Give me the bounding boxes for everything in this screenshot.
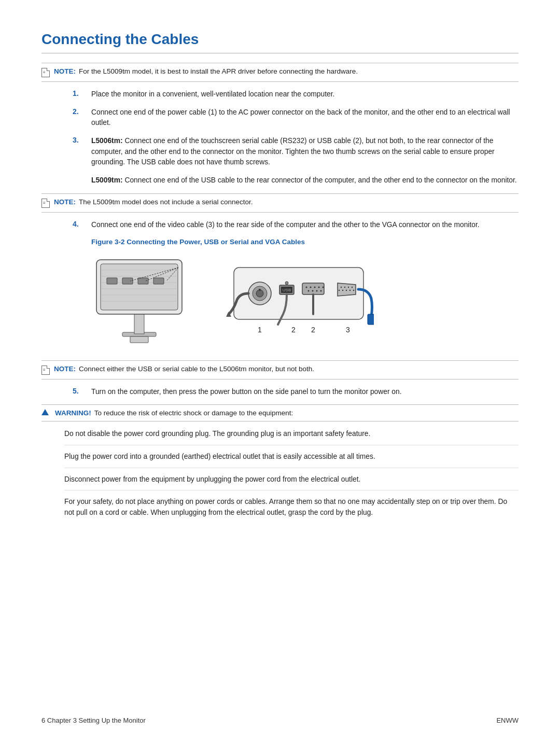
svg-text:2: 2 bbox=[311, 326, 315, 334]
svg-rect-12 bbox=[122, 278, 133, 284]
figure-container: USB bbox=[91, 252, 519, 352]
svg-point-30 bbox=[314, 286, 316, 288]
svg-rect-47 bbox=[368, 314, 374, 325]
steps-list-2: 4. Connect one end of the video cable (3… bbox=[73, 220, 519, 231]
figure-label: Figure 3-2 Connecting the Power, USB or … bbox=[91, 238, 519, 246]
svg-point-26 bbox=[285, 282, 288, 285]
footer-right: ENWW bbox=[496, 716, 519, 724]
note-icon-3 bbox=[41, 366, 50, 375]
svg-point-46 bbox=[353, 289, 354, 290]
svg-point-29 bbox=[310, 286, 312, 288]
svg-rect-4 bbox=[101, 264, 178, 310]
svg-point-32 bbox=[323, 286, 324, 288]
step-5-text: Turn on the computer, then press the pow… bbox=[91, 387, 402, 398]
warning-box: WARNING!To reduce the risk of electric s… bbox=[41, 404, 519, 421]
page-footer: 6 Chapter 3 Setting Up the Monitor ENWW bbox=[0, 716, 560, 724]
svg-point-35 bbox=[316, 290, 318, 291]
svg-rect-27 bbox=[302, 283, 324, 294]
warning-triangle-icon bbox=[41, 409, 49, 415]
step-2: 2. Connect one end of the power cable (1… bbox=[73, 107, 519, 129]
l5009tm-paragraph: L5009tm: Connect one end of the USB cabl… bbox=[91, 175, 519, 186]
svg-rect-13 bbox=[138, 278, 148, 284]
step-4-text: Connect one end of the video cable (3) t… bbox=[91, 220, 480, 231]
page-title: Connecting the Cables bbox=[41, 31, 519, 48]
svg-point-40 bbox=[348, 286, 349, 287]
footer-left: 6 Chapter 3 Setting Up the Monitor bbox=[41, 716, 146, 724]
step-3-text: L5006tm: Connect one end of the touchscr… bbox=[91, 136, 519, 168]
svg-rect-14 bbox=[153, 278, 164, 284]
svg-text:1: 1 bbox=[258, 326, 262, 334]
note-1-box: NOTE:For the L5009tm model, it is best t… bbox=[41, 63, 519, 82]
step-3-number: 3. bbox=[73, 136, 91, 144]
steps-list-3: 5. Turn on the computer, then press the … bbox=[73, 387, 519, 398]
note-icon-1 bbox=[41, 68, 50, 77]
warning-paragraphs: Do not disable the power cord grounding … bbox=[64, 429, 519, 518]
svg-text:3: 3 bbox=[346, 326, 350, 334]
warning-para-1: Do not disable the power cord grounding … bbox=[64, 429, 519, 445]
svg-marker-37 bbox=[338, 283, 356, 296]
connectors-illustration: USB bbox=[203, 252, 374, 352]
svg-rect-11 bbox=[107, 278, 117, 284]
svg-point-39 bbox=[344, 286, 345, 287]
step-4-number: 4. bbox=[73, 220, 91, 228]
svg-point-38 bbox=[341, 286, 342, 287]
svg-point-41 bbox=[352, 286, 353, 287]
warning-para-2: Plug the power cord into a grounded (ear… bbox=[64, 452, 519, 468]
svg-point-21 bbox=[256, 290, 263, 297]
note-icon-2 bbox=[41, 199, 50, 208]
svg-point-31 bbox=[318, 286, 320, 288]
svg-point-22 bbox=[259, 289, 261, 291]
svg-point-36 bbox=[320, 290, 322, 291]
svg-text:USB: USB bbox=[283, 288, 291, 292]
svg-point-28 bbox=[306, 286, 307, 288]
note-3-box: NOTE:Connect either the USB or serial ca… bbox=[41, 360, 519, 379]
title-divider bbox=[41, 53, 519, 53]
step-1: 1. Place the monitor in a convenient, we… bbox=[73, 89, 519, 100]
step-1-number: 1. bbox=[73, 89, 91, 97]
note-2-box: NOTE:The L5009tm model does not include … bbox=[41, 193, 519, 213]
svg-rect-1 bbox=[130, 336, 148, 343]
step-5-number: 5. bbox=[73, 387, 91, 395]
step-4: 4. Connect one end of the video cable (3… bbox=[73, 220, 519, 231]
svg-point-43 bbox=[342, 289, 343, 290]
note-3-text: NOTE:Connect either the USB or serial ca… bbox=[54, 365, 314, 373]
steps-list: 1. Place the monitor in a convenient, we… bbox=[73, 89, 519, 168]
warning-text: WARNING!To reduce the risk of electric s… bbox=[55, 409, 293, 417]
step-2-text: Connect one end of the power cable (1) t… bbox=[91, 107, 519, 129]
monitor-illustration bbox=[91, 252, 187, 352]
note-2-text: NOTE:The L5009tm model does not include … bbox=[54, 198, 253, 206]
step-2-number: 2. bbox=[73, 107, 91, 116]
svg-point-44 bbox=[346, 289, 347, 290]
svg-point-42 bbox=[339, 289, 340, 290]
note-1-text: NOTE:For the L5009tm model, it is best t… bbox=[54, 67, 358, 75]
step-1-text: Place the monitor in a convenient, well-… bbox=[91, 89, 334, 100]
step-5: 5. Turn on the computer, then press the … bbox=[73, 387, 519, 398]
svg-point-45 bbox=[349, 289, 351, 290]
step-3: 3. L5006tm: Connect one end of the touch… bbox=[73, 136, 519, 168]
svg-point-34 bbox=[312, 290, 314, 291]
warning-para-4: For your safety, do not place anything o… bbox=[64, 497, 519, 518]
svg-text:2: 2 bbox=[291, 326, 296, 334]
warning-para-3: Disconnect power from the equipment by u… bbox=[64, 474, 519, 491]
svg-point-33 bbox=[308, 290, 310, 291]
